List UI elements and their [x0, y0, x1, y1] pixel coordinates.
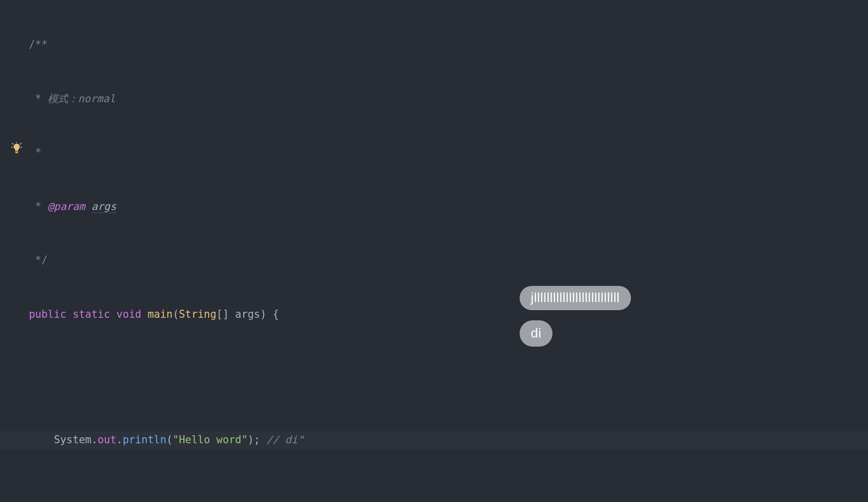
println: println	[123, 434, 166, 446]
system: System	[54, 434, 91, 446]
arg-args: args	[235, 308, 260, 320]
string-hello: "Hello word"	[173, 434, 248, 446]
punc: {	[266, 308, 279, 320]
punc: )	[260, 308, 266, 320]
code-area[interactable]: /** * 模式：normal * * @param args */ publi…	[28, 0, 868, 502]
code-line[interactable]: /**	[28, 36, 868, 54]
code-line[interactable]: public static void main(String[] args) {	[28, 306, 868, 324]
kw-public: public	[29, 308, 66, 320]
keystroke-pill-1: jlllllllllllllllllllllllllll	[520, 286, 631, 310]
code-line[interactable]: *	[28, 144, 868, 162]
keystroke-pill-2: di	[520, 320, 553, 347]
kw-void: void	[116, 308, 141, 320]
editor-gutter	[0, 0, 28, 502]
javadoc-star: *	[29, 200, 48, 213]
punc: (	[173, 308, 179, 320]
javadoc-star: *	[29, 93, 48, 105]
javadoc-param-tag: @param	[48, 200, 85, 213]
out: out	[98, 434, 116, 446]
code-line[interactable]: * 模式：normal	[28, 90, 868, 108]
javadoc-text: 模式：normal	[48, 93, 115, 105]
code-editor[interactable]: /** * 模式：normal * * @param args */ publi…	[0, 0, 868, 502]
keystroke-overlay: jlllllllllllllllllllllllllll di	[520, 286, 631, 347]
code-line-blank[interactable]	[28, 359, 868, 378]
code-line[interactable]: System.out.println("Hello word"); // di"	[0, 431, 868, 449]
code-line[interactable]: */	[28, 252, 868, 270]
javadoc-open: /**	[29, 38, 48, 51]
javadoc-star: *	[29, 146, 42, 158]
javadoc-close: */	[29, 254, 48, 266]
javadoc-param-name: args	[91, 200, 116, 213]
type-string: String	[179, 308, 216, 320]
code-line[interactable]: * @param args	[28, 198, 868, 216]
fn-main: main	[148, 308, 173, 320]
lightbulb-icon[interactable]	[9, 141, 24, 156]
comment-di-quote: di"	[285, 434, 304, 446]
punc: []	[216, 308, 229, 320]
kw-static: static	[72, 308, 110, 320]
